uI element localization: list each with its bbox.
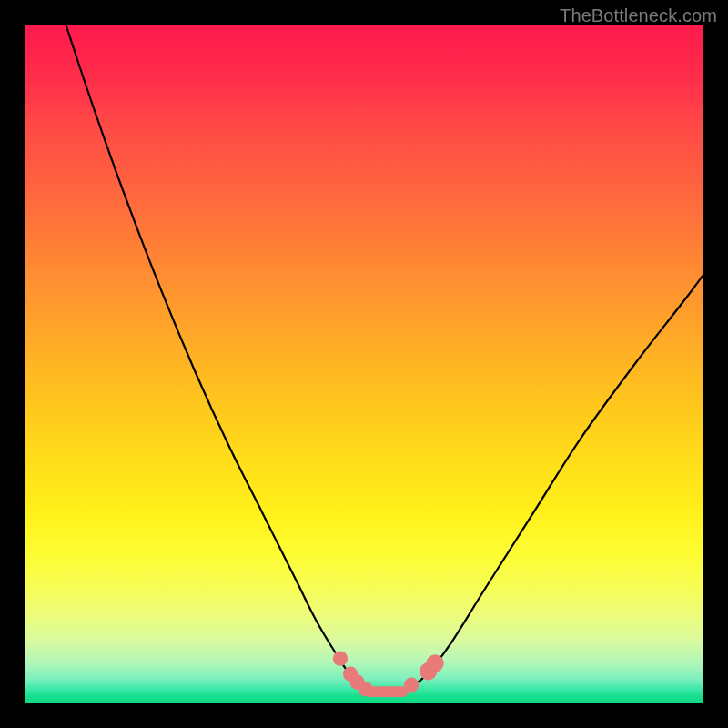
highlight-markers (333, 651, 444, 697)
bottleneck-curve (66, 25, 703, 693)
highlight-dot (358, 682, 372, 696)
highlight-dot (404, 677, 419, 692)
highlight-dot (426, 654, 443, 672)
watermark-text: TheBottleneck.com (560, 5, 717, 26)
curve-layer (25, 25, 703, 703)
plot-area (25, 25, 703, 703)
chart-stage: TheBottleneck.com (0, 0, 728, 728)
highlight-dot (333, 651, 348, 665)
curve-path (66, 25, 703, 693)
